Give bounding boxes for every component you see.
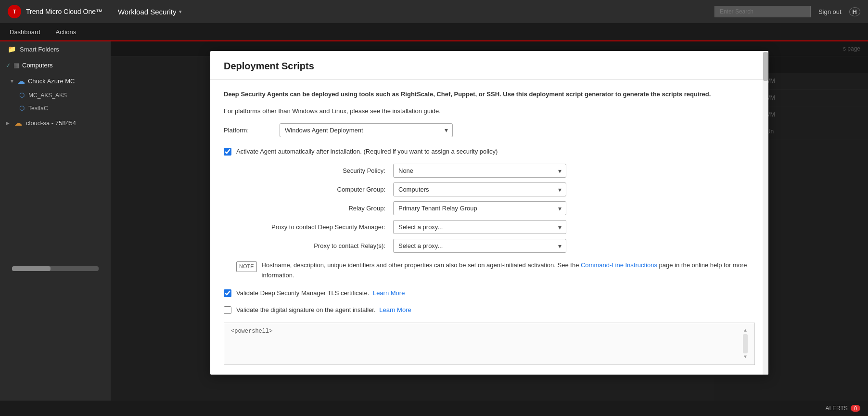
cloud-sa-label: cloud-sa - 758454 bbox=[26, 119, 76, 127]
relay-group-label: Relay Group: bbox=[236, 205, 385, 212]
intro-paragraph-1: Deep Security Agents can be deployed usi… bbox=[224, 90, 755, 100]
modal-overlay: Deployment Scripts Deep Security Agents … bbox=[111, 41, 868, 416]
sidebar-item-mc-aks[interactable]: ⬡ MC_AKS_AKS bbox=[6, 89, 111, 102]
validate-sig-learn-more[interactable]: Learn More bbox=[379, 306, 411, 313]
relay-group-select-wrap: Primary Tenant Relay Group bbox=[393, 201, 566, 215]
activate-agent-label: Activate Agent automatically after insta… bbox=[236, 147, 498, 156]
proxy-dsm-select-wrap: Select a proxy... bbox=[393, 220, 566, 234]
cube-icon-testiac: ⬡ bbox=[19, 104, 25, 112]
check-icon: ✓ bbox=[6, 62, 11, 69]
expand-icon: ▼ bbox=[10, 78, 14, 84]
sidebar-smart-folders-label: Smart Folders bbox=[20, 46, 59, 53]
security-policy-row: Security Policy: None bbox=[236, 164, 755, 178]
bottom-checks: Validate Deep Security Manager TLS certi… bbox=[224, 288, 755, 315]
main-layout: 📁 Smart Folders ✓ ▦ Computers ▼ ☁ Chuck … bbox=[0, 41, 868, 416]
alerts-label: ALERTS bbox=[825, 405, 847, 412]
security-policy-select-wrap: None bbox=[393, 164, 566, 178]
expand-icon-2: ▶ bbox=[6, 120, 10, 126]
proxy-dsm-row: Proxy to contact Deep Security Manager: … bbox=[236, 220, 755, 234]
modal-body: Deep Security Agents can be deployed usi… bbox=[210, 80, 768, 375]
security-policy-select[interactable]: None bbox=[393, 164, 566, 178]
deployment-scripts-modal: Deployment Scripts Deep Security Agents … bbox=[210, 51, 768, 375]
computer-group-select[interactable]: Computers bbox=[393, 182, 566, 196]
nav-dashboard[interactable]: Dashboard bbox=[8, 28, 42, 36]
proxy-dsm-label: Proxy to contact Deep Security Manager: bbox=[236, 223, 385, 231]
modal-title: Deployment Scripts bbox=[224, 61, 755, 72]
mc-aks-label: MC_AKS_AKS bbox=[28, 92, 67, 99]
platform-select[interactable]: Windows Agent Deployment Linux Agent Dep… bbox=[280, 123, 453, 137]
platform-select-wrapper: Windows Agent Deployment Linux Agent Dep… bbox=[280, 123, 453, 137]
computer-group-row: Computer Group: Computers bbox=[236, 182, 755, 196]
code-scroll-down[interactable]: ▼ bbox=[744, 354, 747, 360]
note-text: Hostname, description, unique identifier… bbox=[262, 260, 755, 281]
alerts-badge: 0 bbox=[851, 405, 860, 412]
sidebar-item-testiac[interactable]: ⬡ TestIaC bbox=[6, 102, 111, 115]
validate-sig-checkbox[interactable] bbox=[224, 306, 231, 314]
sidebar: 📁 Smart Folders ✓ ▦ Computers ▼ ☁ Chuck … bbox=[0, 41, 111, 416]
search-input[interactable] bbox=[715, 6, 811, 17]
proxy-relay-label: Proxy to contact Relay(s): bbox=[236, 242, 385, 249]
platform-label: Platform: bbox=[224, 127, 272, 134]
options-grid: Security Policy: None Computer Group: bbox=[224, 164, 755, 253]
brand-logo: T Trend Micro Cloud One™ bbox=[8, 5, 102, 18]
proxy-relay-select-wrap: Select a proxy... bbox=[393, 239, 566, 253]
modal-header: Deployment Scripts bbox=[210, 51, 768, 80]
proxy-relay-row: Proxy to contact Relay(s): Select a prox… bbox=[236, 239, 755, 253]
activate-agent-checkbox[interactable] bbox=[224, 148, 231, 156]
content-area: s page STATUS Unmanaged (VM Unmanaged (V… bbox=[111, 41, 868, 416]
code-box: <powershell> ▲ ▼ bbox=[224, 323, 755, 365]
computer-list-icon: ▦ bbox=[13, 62, 19, 69]
intro-bold-text: Deep Security Agents can be deployed usi… bbox=[224, 91, 711, 98]
proxy-relay-select[interactable]: Select a proxy... bbox=[393, 239, 566, 253]
sign-out-link[interactable]: Sign out bbox=[818, 8, 842, 15]
cloud-icon: ☁ bbox=[17, 77, 25, 86]
validate-tls-row: Validate Deep Security Manager TLS certi… bbox=[224, 288, 755, 298]
product-name: Workload Security bbox=[118, 8, 176, 16]
testiac-label: TestIaC bbox=[28, 105, 48, 112]
sidebar-computers-label: Computers bbox=[22, 62, 53, 69]
validate-tls-learn-more[interactable]: Learn More bbox=[373, 289, 405, 297]
activate-agent-row: Activate Agent automatically after insta… bbox=[224, 147, 755, 156]
tree-children: ▼ ☁ Chuck Azure MC ⬡ MC_AKS_AKS ⬡ TestIa… bbox=[0, 72, 111, 115]
nav-actions[interactable]: Actions bbox=[54, 28, 78, 36]
svg-text:T: T bbox=[13, 9, 16, 14]
intro-paragraph-2: For platforms other than Windows and Lin… bbox=[224, 106, 755, 117]
computer-group-select-wrap: Computers bbox=[393, 182, 566, 196]
trend-logo-icon: T bbox=[8, 5, 21, 18]
note-text-content: Hostname, description, unique identifier… bbox=[262, 261, 579, 269]
secondary-nav: Dashboard Actions bbox=[0, 23, 868, 41]
code-scroll-up[interactable]: ▲ bbox=[744, 328, 747, 333]
code-scroll-track bbox=[743, 334, 748, 353]
validate-tls-text: Validate Deep Security Manager TLS certi… bbox=[236, 289, 369, 297]
validate-sig-label: Validate the digital signature on the ag… bbox=[236, 305, 411, 315]
code-placeholder-text: <powershell> bbox=[231, 328, 272, 335]
command-line-instructions-link[interactable]: Command-Line Instructions bbox=[581, 261, 657, 269]
relay-group-row: Relay Group: Primary Tenant Relay Group bbox=[236, 201, 755, 215]
folder-icon: 📁 bbox=[8, 45, 16, 53]
bottom-bar: ALERTS 0 bbox=[0, 401, 868, 416]
product-dropdown-caret: ▾ bbox=[179, 9, 182, 15]
cube-icon-mc-aks: ⬡ bbox=[19, 91, 25, 99]
sidebar-item-computers[interactable]: ✓ ▦ Computers bbox=[0, 57, 111, 72]
sidebar-item-cloud-sa[interactable]: ▶ ☁ cloud-sa - 758454 bbox=[0, 115, 111, 131]
sidebar-item-chuck-azure[interactable]: ▼ ☁ Chuck Azure MC bbox=[6, 72, 111, 89]
product-dropdown[interactable]: Workload Security ▾ bbox=[114, 6, 186, 18]
security-policy-label: Security Policy: bbox=[236, 167, 385, 174]
platform-row: Platform: Windows Agent Deployment Linux… bbox=[224, 123, 755, 137]
relay-group-select[interactable]: Primary Tenant Relay Group bbox=[393, 201, 566, 215]
validate-tls-label: Validate Deep Security Manager TLS certi… bbox=[236, 288, 405, 298]
note-badge: NOTE bbox=[236, 261, 257, 272]
top-bar: T Trend Micro Cloud One™ Workload Securi… bbox=[0, 0, 868, 23]
validate-tls-checkbox[interactable] bbox=[224, 289, 231, 297]
proxy-dsm-select[interactable]: Select a proxy... bbox=[393, 220, 566, 234]
sidebar-item-smart-folders[interactable]: 📁 Smart Folders bbox=[0, 41, 111, 57]
modal-scrollbar-thumb bbox=[763, 52, 768, 81]
code-scrollbar[interactable]: ▲ ▼ bbox=[743, 328, 748, 360]
computer-group-label: Computer Group: bbox=[236, 186, 385, 193]
cloud-icon-2: ☁ bbox=[14, 118, 22, 128]
top-bar-right: Sign out H bbox=[715, 6, 860, 17]
modal-scrollbar[interactable] bbox=[763, 51, 768, 375]
brand-name: Trend Micro Cloud One™ bbox=[26, 8, 102, 15]
help-link[interactable]: H bbox=[849, 7, 860, 16]
note-box: NOTE Hostname, description, unique ident… bbox=[236, 260, 755, 281]
